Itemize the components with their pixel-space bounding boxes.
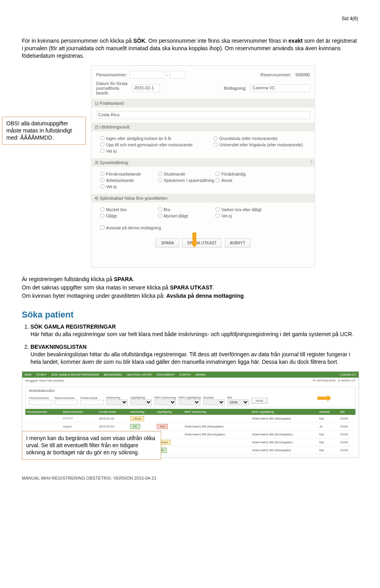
nav-start[interactable]: START: [36, 373, 46, 376]
th-mhv-in[interactable]: MHV Inskrivning: [183, 409, 250, 415]
th-forsta[interactable]: Första besök: [97, 409, 129, 415]
cell-date: 2015-02-26: [97, 415, 129, 423]
filter-mhv-up[interactable]: [179, 399, 200, 405]
radio-varken[interactable]: Varken bra eller dåligt: [215, 207, 261, 212]
filter-forsta[interactable]: [80, 400, 104, 405]
nav-admin[interactable]: ADMIN: [196, 373, 206, 376]
radio-vetej-2[interactable]: Vet ej: [100, 149, 116, 153]
nav-bar: HEM START SÖK GAMLA REGISTRERINGAR BEVAK…: [22, 372, 359, 378]
nav-konto[interactable]: KONTO: [179, 373, 190, 376]
section-3-label: 3) Sysselsättning:: [95, 160, 129, 165]
cell-in: OK: [129, 423, 155, 431]
form-screenshot: Personnummer: - Reservnummer: 909090 Dat…: [91, 65, 315, 268]
numbered-list: SÖK GAMLA REGISTRERINGAR Här hittar du a…: [22, 323, 358, 366]
radio-forvarv[interactable]: Förvärvsarbetande: [100, 172, 158, 176]
radio-arbetssokande[interactable]: Arbetssökande: [100, 178, 158, 183]
filter-mhv-in[interactable]: [154, 399, 176, 405]
radio-foraldraledig[interactable]: Föräldraledig: [215, 172, 245, 176]
radio-vetej-4[interactable]: Vet ej: [215, 214, 232, 218]
th-inskrivning[interactable]: Inskrivning: [129, 409, 155, 415]
radio-ingen[interactable]: Ingen eller skolgång kortare än 9 år: [100, 136, 213, 141]
obs-note-box: OBS! alla datumuppgifter måste matas in …: [2, 117, 86, 145]
bold-spara: SPARA: [114, 276, 133, 282]
radio-annat[interactable]: Annat: [215, 178, 232, 183]
footer-text: MANUAL MHV-REGISTRERING OBSTETRIX. VERSI…: [22, 476, 358, 480]
flabel-forsta: Första besök: [80, 396, 104, 400]
radio-studerande[interactable]: Studerande: [158, 172, 216, 176]
nav-hem[interactable]: HEM: [25, 373, 32, 376]
radio-gymnasium[interactable]: Upp till och med gymnasium eller motsvar…: [100, 142, 213, 147]
table-row[interactable]: 7777772015-02-26UtkastSödermalms BM (Ald…: [25, 415, 355, 423]
personnummer-input-2[interactable]: [170, 71, 186, 79]
filter-bm[interactable]: 22ON: [227, 399, 249, 405]
visa-button[interactable]: VISA: [251, 398, 267, 404]
cell-bm: 22ON: [339, 431, 355, 439]
label-reservnummer: Reservnummer:: [260, 72, 291, 77]
cell-mhvup: Södermalms BM (Bondegatan): [250, 439, 317, 446]
datum-input[interactable]: 2015-02-1: [132, 84, 160, 92]
spara-utkast-button[interactable]: SPARA UTKAST: [182, 238, 222, 248]
cell-reservnummer: xxyyxx: [61, 423, 97, 431]
th-reservnummer[interactable]: Reservnummer: [61, 409, 97, 415]
th-bm[interactable]: BM: [339, 409, 355, 415]
label-datum-forsta: Datum för första journalförda besök:: [96, 81, 130, 95]
filter-inskrivning[interactable]: [106, 399, 128, 405]
flabel-mhv-in: MHV Inskrivning: [154, 396, 176, 399]
radio-mycket-bra[interactable]: Mycket bra: [100, 207, 158, 212]
section-3-bar: 3) Sysselsättning:?: [91, 158, 315, 167]
skrivut-button[interactable]: ⎙ SKRIV UT: [338, 379, 355, 382]
cell-reservnummer: 777777: [61, 415, 97, 423]
nav-sok-gamla[interactable]: SÖK GAMLA REGISTRERINGAR: [51, 373, 99, 376]
nav-dokument[interactable]: DOKUMENT: [157, 373, 175, 376]
mid-p3: Om kvinnan byter mottagning under gravid…: [22, 292, 358, 300]
cell-date: 2015-03-04: [97, 423, 129, 431]
cell-mhvup: Södermalms BM (Aldergatan): [250, 415, 317, 423]
text: .: [133, 276, 135, 282]
th-mhv-up[interactable]: MHV Uppföljning: [250, 409, 317, 415]
filter-title: Mödrahälsovård: [26, 387, 355, 394]
list-1-lead: SÖK GAMLA REGISTRERINGAR: [30, 323, 116, 330]
heading-soka-patient: Söka patient: [22, 310, 358, 320]
cell-mhvup: [250, 423, 317, 431]
th-personnummer[interactable]: Personnummer: [25, 409, 61, 415]
cell-personnummer: [25, 423, 61, 431]
personnummer-input[interactable]: [129, 71, 165, 79]
dash: -: [167, 72, 168, 77]
cell-avslutat: Ja: [318, 423, 339, 431]
cell-bm: 22ON: [339, 439, 355, 446]
radio-universitet[interactable]: Universitet eller högskola (eller motsva…: [213, 142, 303, 147]
radio-sjukskriven[interactable]: Sjukskriven / sjukersättning: [158, 178, 216, 183]
avbryt-button[interactable]: AVBRYT: [225, 238, 251, 248]
filter-avslutat[interactable]: [203, 399, 225, 405]
bold-spara-utkast: SPARA UTKAST: [170, 284, 213, 291]
th-avslutat[interactable]: Avslutat: [318, 409, 339, 415]
radio-grundskola[interactable]: Grundskola (eller motsvarande): [213, 136, 277, 141]
uppdatera-button[interactable]: ⟳ UPPDATERA: [313, 379, 335, 382]
nav-logga-ut[interactable]: LOGGA UT: [340, 373, 356, 376]
nav-valfria[interactable]: VALFRIA LISTOR: [127, 373, 152, 376]
checkbox-avslutat[interactable]: Avslutat på denna mottagning: [100, 225, 161, 230]
flabel-bm: BM: [227, 396, 249, 399]
spara-button[interactable]: SPARA: [156, 238, 179, 248]
bold-sok: SÖK: [133, 38, 145, 44]
radio-daligt[interactable]: Dåligt: [100, 214, 158, 218]
list-item-1: SÖK GAMLA REGISTRERINGAR Här hittar du a…: [30, 323, 358, 338]
th-uppfoljning[interactable]: Uppföljning: [155, 409, 183, 415]
filter-personnummer[interactable]: [29, 400, 52, 405]
skrivut-label: SKRIV UT: [341, 379, 355, 382]
radio-bra[interactable]: Bra: [158, 207, 216, 212]
flabel-inskrivning: Inskrivning: [106, 396, 128, 399]
fodelseland-select[interactable]: Costa Rica: [96, 111, 310, 119]
nav-bevakning[interactable]: BEVAKNING: [104, 373, 122, 376]
radio-mycket-daligt[interactable]: Mycket dåligt: [158, 214, 216, 218]
table-row[interactable]: xxyyxx2015-03-04OKTomSödermalms BM (Alde…: [25, 423, 355, 431]
cell-personnummer: [25, 415, 61, 423]
help-icon[interactable]: ?: [310, 160, 312, 164]
radio-vetej-3[interactable]: Vet ej: [100, 184, 116, 189]
arrow-down-icon: [190, 233, 198, 248]
mottagning-select[interactable]: Carema VC: [251, 84, 310, 92]
cell-mhvin: Södermalms BM (Bondegatan): [183, 431, 250, 439]
cell-avslutat: Nej: [318, 446, 339, 454]
filter-reservnummer[interactable]: [55, 400, 78, 405]
filter-uppfoljning[interactable]: [130, 399, 152, 405]
